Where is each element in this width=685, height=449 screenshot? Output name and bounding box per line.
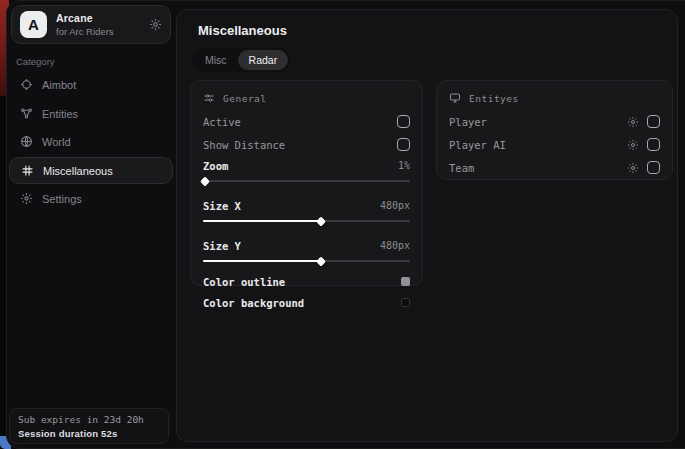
session-duration-text: Session duration 52s: [18, 428, 160, 439]
entity-label: Team: [449, 162, 474, 174]
sidebar-item-world[interactable]: World: [9, 128, 173, 155]
sliders-icon: [203, 92, 215, 104]
sidebar-item-entities[interactable]: Entities: [9, 100, 173, 127]
entity-label: Player AI: [449, 139, 506, 151]
player-ai-checkbox[interactable]: [647, 138, 660, 151]
gear-icon[interactable]: [627, 139, 639, 151]
sidebar-category-label: Category: [16, 56, 55, 67]
setting-label: Zoom: [203, 160, 228, 172]
general-panel: General Active Show Distance Zoom 1%: [190, 80, 423, 286]
setting-label: Color outline: [203, 276, 285, 288]
general-panel-title: General: [223, 93, 267, 104]
entity-row-team: Team: [449, 157, 660, 178]
gear-icon[interactable]: [149, 18, 162, 31]
active-checkbox[interactable]: [397, 115, 410, 128]
nodes-icon: [20, 107, 33, 120]
tab-bar: Misc Radar: [192, 48, 290, 72]
setting-row-show-distance: Show Distance: [203, 134, 410, 155]
sub-expiry-text: Sub expires in 23d 20h: [18, 414, 160, 425]
gear-icon[interactable]: [627, 162, 639, 174]
page-title: Miscellaneous: [198, 23, 287, 38]
setting-row-color-outline: Color outline: [203, 271, 410, 292]
sidebar-item-settings[interactable]: Settings: [9, 185, 173, 212]
slider-thumb[interactable]: [200, 176, 210, 186]
entity-row-player: Player: [449, 111, 660, 132]
entities-panel-title: Entityes: [469, 93, 519, 104]
setting-row-zoom: Zoom 1%: [203, 155, 410, 176]
grid-icon: [21, 164, 34, 177]
gear-icon[interactable]: [627, 116, 639, 128]
app-subtitle: for Arc Riders: [56, 26, 149, 37]
sidebar-item-label: Entities: [42, 108, 78, 120]
size-y-slider[interactable]: [203, 257, 410, 266]
main-panel: Miscellaneous Misc Radar General Active: [176, 9, 678, 442]
color-background-swatch[interactable]: [401, 298, 410, 307]
team-checkbox[interactable]: [647, 161, 660, 174]
setting-label: Color background: [203, 297, 304, 309]
zoom-slider[interactable]: [203, 177, 410, 186]
globe-icon: [20, 135, 33, 148]
crosshair-icon: [20, 78, 33, 91]
entities-panel: Entityes Player Player AI: [436, 80, 673, 180]
slider-thumb[interactable]: [316, 216, 326, 226]
app-window: A Arcane for Arc Riders Category Aimbot: [6, 0, 685, 449]
gear-icon: [20, 192, 33, 205]
app-logo-card: A Arcane for Arc Riders: [11, 5, 171, 44]
setting-label: Show Distance: [203, 139, 285, 151]
entity-label: Player: [449, 116, 487, 128]
setting-row-color-background: Color background: [203, 292, 410, 313]
setting-label: Size X: [203, 200, 241, 212]
setting-label: Active: [203, 116, 241, 128]
color-outline-swatch[interactable]: [401, 277, 410, 286]
setting-row-size-y: Size Y 480px: [203, 235, 410, 256]
sidebar-item-miscellaneous[interactable]: Miscellaneous: [9, 157, 173, 184]
size-x-slider[interactable]: [203, 217, 410, 226]
sidebar-item-label: Miscellaneous: [43, 165, 113, 177]
sidebar-item-label: Aimbot: [42, 79, 76, 91]
setting-row-size-x: Size X 480px: [203, 195, 410, 216]
app-logo: A: [20, 11, 47, 38]
subscription-info-card: Sub expires in 23d 20h Session duration …: [9, 408, 169, 444]
sidebar-item-aimbot[interactable]: Aimbot: [9, 71, 173, 98]
zoom-value: 1%: [398, 160, 410, 171]
entity-row-player-ai: Player AI: [449, 134, 660, 155]
size-y-value: 480px: [380, 240, 410, 251]
sidebar-item-label: World: [42, 136, 71, 148]
monitor-icon: [449, 92, 461, 104]
slider-thumb[interactable]: [316, 256, 326, 266]
player-checkbox[interactable]: [647, 115, 660, 128]
setting-label: Size Y: [203, 240, 241, 252]
size-x-value: 480px: [380, 200, 410, 211]
tab-misc[interactable]: Misc: [194, 50, 238, 70]
sidebar-item-label: Settings: [42, 193, 82, 205]
setting-row-active: Active: [203, 111, 410, 132]
app-name: Arcane: [56, 12, 149, 24]
show-distance-checkbox[interactable]: [397, 138, 410, 151]
tab-radar[interactable]: Radar: [238, 50, 289, 70]
